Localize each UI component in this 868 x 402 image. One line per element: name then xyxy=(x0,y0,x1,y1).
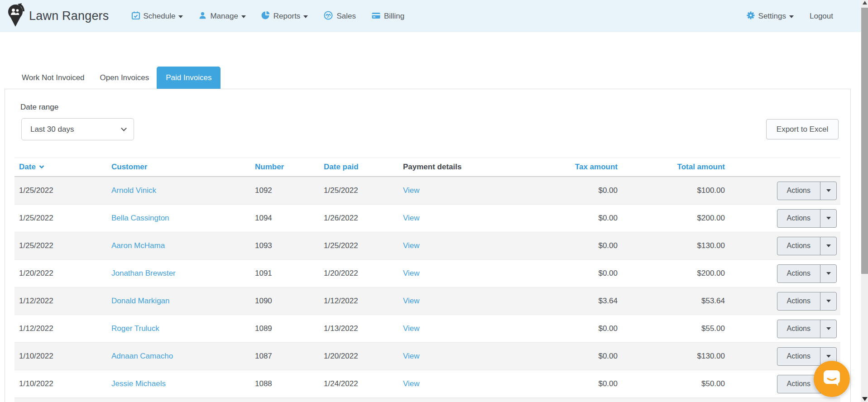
view-payment-link[interactable]: View xyxy=(403,214,420,222)
customer-link[interactable]: Aaron McHama xyxy=(111,241,165,250)
tax-amount: $0.00 xyxy=(539,241,622,250)
customer-cell: Jonathan Brewster xyxy=(107,269,250,278)
top-navbar: Lawn Rangers Schedule Manage xyxy=(0,0,861,32)
chat-launcher-button[interactable] xyxy=(814,361,850,397)
actions-cell: Actions xyxy=(729,237,840,255)
brand-title: Lawn Rangers xyxy=(29,9,109,23)
customer-link[interactable]: Arnold Vinick xyxy=(111,186,156,195)
brand[interactable]: Lawn Rangers xyxy=(7,3,109,30)
actions-dropdown-toggle[interactable] xyxy=(820,265,836,282)
actions-cell: Actions xyxy=(729,264,840,283)
column-header-number[interactable]: Number xyxy=(250,163,319,172)
tab-paid-invoices[interactable]: Paid Invoices xyxy=(157,67,221,89)
nav-item-logout[interactable]: Logout xyxy=(806,12,833,21)
table-row: 1/10/2022 Adnaan Camacho 1087 1/20/2022 … xyxy=(14,343,840,370)
invoice-date-paid: 1/26/2022 xyxy=(319,214,398,223)
payment-details-cell: View xyxy=(398,186,539,195)
chat-bubble-icon xyxy=(823,369,841,388)
customer-link[interactable]: Jonathan Brewster xyxy=(111,269,176,278)
nav-label: Schedule xyxy=(144,12,176,21)
nav-item-settings[interactable]: Settings xyxy=(746,11,794,22)
invoice-number: 1090 xyxy=(250,297,319,306)
actions-dropdown-toggle[interactable] xyxy=(820,210,836,227)
actions-dropdown-toggle[interactable] xyxy=(820,237,836,255)
invoice-date-paid: 1/13/2022 xyxy=(319,324,398,333)
chevron-down-icon xyxy=(826,189,831,192)
pie-chart-icon xyxy=(261,11,270,22)
customer-link[interactable]: Adnaan Camacho xyxy=(111,352,173,360)
invoice-number: 1093 xyxy=(250,241,319,250)
chevron-down-icon xyxy=(178,15,183,18)
tab-work-not-invoiced[interactable]: Work Not Invoiced xyxy=(14,67,92,89)
nav-label: Manage xyxy=(210,12,238,21)
invoice-number: 1087 xyxy=(250,352,319,361)
customer-link[interactable]: Roger Truluck xyxy=(111,324,159,333)
invoice-number: 1088 xyxy=(250,379,319,388)
nav-item-reports[interactable]: Reports xyxy=(261,11,308,22)
table-row: 1/12/2022 Roger Truluck 1089 1/13/2022 V… xyxy=(14,315,840,343)
paid-invoices-table: Date Customer Number Date paid Payment d… xyxy=(14,158,840,402)
customer-link[interactable]: Bella Cassington xyxy=(111,214,169,222)
actions-button[interactable]: Actions xyxy=(777,265,820,282)
actions-button[interactable]: Actions xyxy=(777,320,820,338)
scroll-up-arrow[interactable] xyxy=(863,1,867,5)
actions-dropdown-toggle[interactable] xyxy=(820,320,836,338)
customer-cell: Bella Cassington xyxy=(107,214,250,223)
chevron-down-icon xyxy=(826,327,831,330)
invoice-date: 1/25/2022 xyxy=(14,186,107,195)
view-payment-link[interactable]: View xyxy=(403,324,420,333)
actions-button[interactable]: Actions xyxy=(777,292,820,310)
chevron-down-icon xyxy=(826,355,831,358)
actions-cell: Actions xyxy=(729,320,840,338)
actions-dropdown-toggle[interactable] xyxy=(820,182,836,200)
view-payment-link[interactable]: View xyxy=(403,186,420,195)
payment-details-cell: View xyxy=(398,324,539,333)
table-row: 1/20/2022 Jonathan Brewster 1091 1/20/20… xyxy=(14,260,840,287)
date-range-select[interactable]: Last 30 days xyxy=(21,118,134,140)
customer-cell: Arnold Vinick xyxy=(107,186,250,195)
tax-amount: $0.00 xyxy=(539,324,622,333)
invoice-table-body: 1/25/2022 Arnold Vinick 1092 1/25/2022 V… xyxy=(14,177,840,398)
nav-label: Settings xyxy=(758,12,786,21)
column-header-date[interactable]: Date xyxy=(14,163,107,172)
vertical-scrollbar xyxy=(861,0,868,402)
customer-link[interactable]: Jessie Michaels xyxy=(111,379,166,388)
invoice-tabs: Work Not Invoiced Open Invoices Paid Inv… xyxy=(14,67,221,89)
payment-details-cell: View xyxy=(398,379,539,388)
column-header-customer[interactable]: Customer xyxy=(107,163,250,172)
user-icon xyxy=(198,11,207,22)
scroll-down-arrow[interactable] xyxy=(862,397,868,401)
actions-split-button: Actions xyxy=(777,182,837,200)
tax-amount: $0.00 xyxy=(539,379,622,388)
column-header-total-amount[interactable]: Total amount xyxy=(622,163,729,172)
nav-item-sales[interactable]: Sales xyxy=(323,11,356,22)
view-payment-link[interactable]: View xyxy=(403,269,420,278)
actions-split-button: Actions xyxy=(777,237,837,255)
view-payment-link[interactable]: View xyxy=(403,241,420,250)
column-header-tax-amount[interactable]: Tax amount xyxy=(539,163,622,172)
nav-item-manage[interactable]: Manage xyxy=(198,11,245,22)
column-header-date-paid[interactable]: Date paid xyxy=(319,163,398,172)
view-payment-link[interactable]: View xyxy=(403,352,420,360)
nav-label: Reports xyxy=(273,12,301,21)
actions-button[interactable]: Actions xyxy=(777,348,820,365)
actions-button[interactable]: Actions xyxy=(777,237,820,255)
scrollbar-thumb[interactable] xyxy=(861,8,868,274)
actions-dropdown-toggle[interactable] xyxy=(820,292,836,310)
export-to-excel-button[interactable]: Export to Excel xyxy=(766,119,839,139)
customer-cell: Donald Markigan xyxy=(107,297,250,306)
nav-item-schedule[interactable]: Schedule xyxy=(131,11,183,22)
customer-link[interactable]: Donald Markigan xyxy=(111,297,170,305)
chevron-down-icon xyxy=(826,244,831,247)
view-payment-link[interactable]: View xyxy=(403,297,420,305)
invoice-date: 1/25/2022 xyxy=(14,214,107,223)
payment-details-cell: View xyxy=(398,352,539,361)
invoice-date: 1/25/2022 xyxy=(14,241,107,250)
view-payment-link[interactable]: View xyxy=(403,379,420,388)
invoice-number: 1094 xyxy=(250,214,319,223)
payment-details-cell: View xyxy=(398,241,539,250)
tab-open-invoices[interactable]: Open Invoices xyxy=(92,67,157,89)
nav-item-billing[interactable]: Billing xyxy=(371,11,404,22)
actions-button[interactable]: Actions xyxy=(777,210,820,227)
actions-button[interactable]: Actions xyxy=(777,182,820,200)
